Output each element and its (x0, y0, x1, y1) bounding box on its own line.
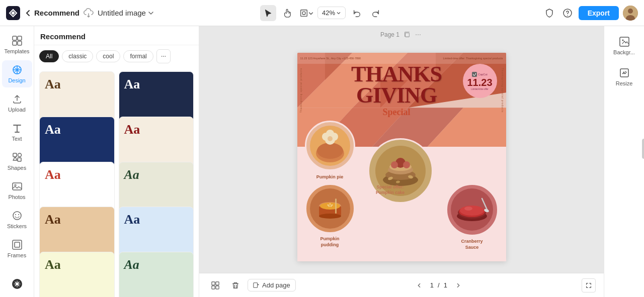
svg-point-70 (330, 206, 332, 207)
sidebar-item-shapes-label: Shapes (8, 165, 26, 171)
pumpkin-pie-circle (305, 121, 355, 171)
fullscreen-button[interactable] (582, 278, 596, 292)
zoom-dropdown-icon (336, 11, 341, 16)
sidebar-item-photos-label: Photos (8, 194, 25, 200)
panel-header: Recommend (34, 26, 199, 45)
page-label: Page 1 (380, 31, 399, 38)
filter-formal[interactable]: formal (123, 50, 153, 62)
redo-button[interactable] (368, 5, 384, 21)
avatar[interactable] (623, 6, 638, 21)
badge-desc: Limited-time offer (471, 88, 489, 90)
cursor-tool-button[interactable] (260, 5, 276, 21)
app-logo (6, 6, 20, 20)
back-label: Recommend (34, 9, 79, 17)
filter-classic[interactable]: classic (62, 50, 93, 62)
topbar: Recommend Untitled image (0, 0, 644, 26)
sidebar-item-frames[interactable]: Frames (2, 235, 32, 262)
svg-rect-1 (301, 10, 307, 16)
poster-side-right: Thanksgiving special products (501, 68, 504, 113)
export-button[interactable]: Export (579, 6, 619, 20)
sidebar-item-photos[interactable]: Photos (2, 177, 32, 204)
date-badge: CapCut 11.23 Limited-time offer (463, 64, 497, 98)
next-page-button[interactable] (451, 278, 465, 292)
document-title-area[interactable]: Untitled image (98, 9, 154, 17)
delete-page-button[interactable] (227, 277, 244, 293)
toolbar-right (582, 278, 596, 292)
svg-point-17 (13, 212, 21, 220)
svg-point-19 (18, 214, 19, 215)
sidebar-item-shapes[interactable]: Shapes (2, 148, 32, 175)
svg-rect-84 (216, 285, 219, 288)
svg-point-23 (161, 56, 162, 57)
template-card-10[interactable]: Aa (119, 252, 194, 297)
zoom-control[interactable]: 42% (317, 7, 346, 19)
cranberry-sauce-circle (446, 183, 499, 236)
svg-rect-8 (13, 36, 17, 40)
svg-rect-10 (13, 41, 17, 45)
prev-page-button[interactable] (412, 278, 426, 292)
design-canvas[interactable]: 11.23 123 Anywhere St., Any City +123-45… (297, 53, 506, 261)
poster-title: THANKSGIVING Special (338, 64, 456, 118)
svg-rect-72 (335, 199, 337, 214)
right-panel-resize-label: Resize (616, 80, 633, 86)
main-layout: Templates Design Upload Text (0, 26, 644, 297)
sidebar-item-design-label: Design (8, 77, 25, 83)
cloud-save-icon[interactable] (84, 8, 94, 18)
right-panel: Backgr... Resize (604, 26, 644, 297)
svg-rect-11 (18, 41, 22, 45)
poster: 11.23 123 Anywhere St., Any City +123-45… (297, 53, 506, 261)
svg-rect-86 (620, 37, 629, 46)
right-panel-resize[interactable]: Resize (607, 63, 642, 90)
page-more-icon[interactable] (414, 30, 423, 39)
svg-point-25 (165, 56, 166, 57)
svg-point-4 (567, 15, 568, 16)
sidebar-item-stickers[interactable]: Stickers (2, 206, 32, 233)
pumpkin-cake-label: Special offer:Pumpkin cake (358, 184, 423, 195)
svg-point-50 (328, 136, 333, 141)
svg-point-78 (464, 207, 472, 211)
svg-rect-21 (15, 242, 20, 247)
sidebar-item-text-label: Text (12, 136, 22, 142)
svg-point-13 (18, 153, 21, 157)
sidebar-item-text[interactable]: Text (2, 119, 32, 146)
add-page-label: Add page (262, 281, 290, 289)
add-page-button[interactable]: Add page (248, 279, 296, 291)
svg-point-18 (15, 214, 16, 215)
svg-point-27 (416, 34, 417, 35)
icon-sidebar: Templates Design Upload Text (0, 26, 34, 297)
right-panel-background[interactable]: Backgr... (607, 32, 642, 59)
badge-date: 11.23 (467, 77, 492, 88)
sidebar-item-templates-label: Templates (4, 48, 29, 54)
sidebar-item-upload[interactable]: Upload (2, 89, 32, 117)
undo-button[interactable] (349, 5, 365, 21)
page-copy-icon[interactable] (403, 30, 412, 39)
canvas-wrapper[interactable]: 11.23 123 Anywhere St., Any City +123-45… (199, 41, 604, 273)
frame-tool-button[interactable] (298, 5, 314, 21)
sidebar-item-templates[interactable]: Templates (2, 31, 32, 58)
svg-point-24 (163, 56, 164, 57)
svg-rect-81 (212, 281, 215, 284)
filter-more-button[interactable] (156, 49, 171, 63)
filter-all[interactable]: All (39, 50, 59, 62)
page-current: 1 (430, 281, 434, 289)
poster-top-left: 11.23 123 Anywhere St., Any City +123-45… (300, 57, 361, 60)
cranberry-sauce-label: CranberrySauce (446, 239, 499, 250)
svg-point-29 (420, 34, 421, 35)
hand-tool-button[interactable] (279, 5, 295, 21)
template-card-9[interactable]: Aa (39, 252, 115, 297)
theme-toggle[interactable] (12, 279, 22, 289)
shield-button[interactable] (542, 6, 556, 20)
svg-rect-26 (406, 33, 410, 37)
sidebar-item-design[interactable]: Design (2, 60, 32, 87)
filter-bar: All classic cool formal (34, 45, 199, 67)
thumbnail-view-button[interactable] (207, 277, 223, 293)
page-total: 1 (444, 281, 447, 289)
pumpkin-pudding-circle (305, 183, 355, 234)
poster-title-main: THANKSGIVING (338, 64, 456, 106)
help-button[interactable] (560, 6, 575, 20)
page-action-icons (403, 30, 423, 39)
filter-cool[interactable]: cool (96, 50, 120, 62)
back-button[interactable]: Recommend (24, 9, 79, 17)
topbar-right: Export (388, 6, 638, 21)
svg-rect-9 (18, 36, 22, 40)
